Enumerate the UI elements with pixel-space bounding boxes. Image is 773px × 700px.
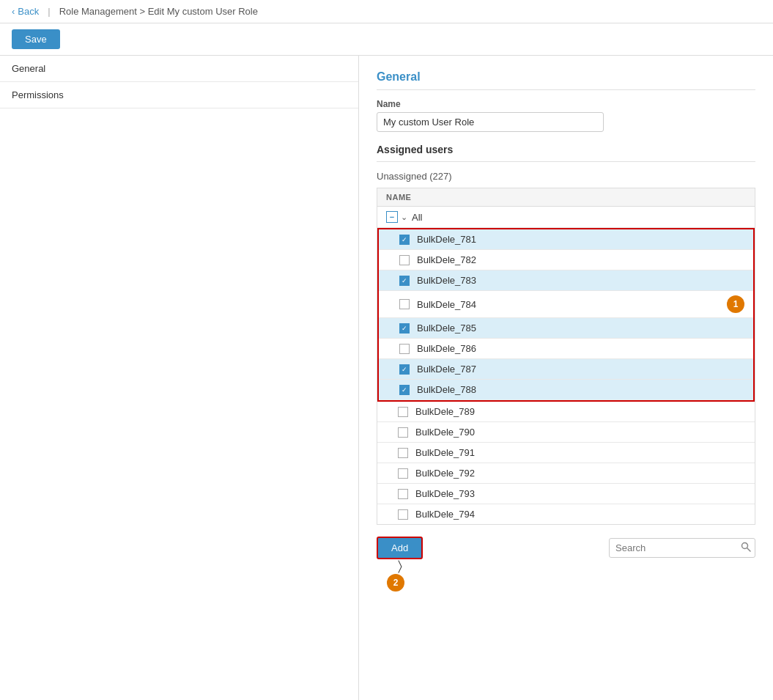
user-checkbox[interactable] — [398, 468, 408, 479]
user-row[interactable]: BulkDele_792 — [377, 463, 755, 484]
user-name: BulkDele_792 — [415, 468, 475, 479]
save-bar: Save — [0, 23, 773, 56]
user-row[interactable]: ✓ BulkDele_785 — [379, 318, 753, 339]
user-row[interactable]: BulkDele_790 — [377, 422, 755, 443]
user-checkbox[interactable] — [399, 255, 410, 265]
badge-1: 1 — [727, 295, 744, 313]
user-checkbox[interactable]: ✓ — [399, 364, 410, 375]
page-wrapper: ‹ Back | Role Management > Edit My custo… — [0, 0, 773, 700]
sidebar-item-general[interactable]: General — [0, 56, 358, 82]
divider — [377, 161, 755, 162]
user-name: BulkDele_788 — [417, 384, 476, 395]
user-row[interactable]: ✓ BulkDele_787 — [379, 359, 753, 380]
breadcrumb-separator: | — [48, 6, 50, 17]
user-row[interactable]: BulkDele_794 — [377, 504, 755, 524]
user-checkbox[interactable] — [398, 509, 408, 520]
back-link[interactable]: ‹ Back — [12, 6, 39, 17]
user-name: BulkDele_781 — [417, 234, 476, 245]
back-chevron-icon: ‹ — [12, 6, 15, 17]
chevron-down-icon[interactable]: ⌄ — [401, 213, 407, 222]
user-name: BulkDele_786 — [417, 343, 476, 354]
user-name: BulkDele_790 — [415, 427, 475, 438]
user-checkbox[interactable] — [399, 344, 410, 354]
user-checkbox[interactable] — [398, 427, 408, 438]
top-bar: ‹ Back | Role Management > Edit My custo… — [0, 0, 773, 23]
back-label: Back — [18, 6, 39, 17]
user-checkbox[interactable]: ✓ — [399, 276, 410, 286]
user-checkbox[interactable]: ✓ — [399, 235, 410, 245]
user-row[interactable]: BulkDele_793 — [377, 484, 755, 504]
selected-region: ✓ BulkDele_781 BulkDele_782 ✓ BulkDele_7… — [377, 228, 755, 402]
user-name: BulkDele_783 — [417, 275, 476, 286]
all-label: All — [412, 212, 422, 223]
badge-2: 2 — [387, 574, 404, 592]
sidebar-item-permissions[interactable]: Permissions — [0, 82, 358, 108]
cursor-icon: 〉 — [398, 559, 402, 572]
user-checkbox[interactable] — [399, 299, 410, 309]
user-name: BulkDele_782 — [417, 254, 476, 265]
user-checkbox[interactable] — [398, 448, 408, 458]
user-row[interactable]: BulkDele_786 — [379, 339, 753, 359]
unassigned-label: Unassigned (227) — [377, 171, 755, 182]
left-sidebar: General Permissions — [0, 56, 359, 700]
main-layout: General Permissions General Name Assigne… — [0, 56, 773, 700]
user-checkbox[interactable] — [398, 407, 408, 417]
user-row[interactable]: ✓ BulkDele_783 — [379, 270, 753, 291]
user-name: BulkDele_794 — [415, 509, 475, 520]
users-table: NAME − ⌄ All ✓ BulkDele_781 — [377, 188, 755, 525]
save-button[interactable]: Save — [12, 29, 60, 49]
search-input[interactable] — [609, 538, 755, 558]
table-body[interactable]: − ⌄ All ✓ BulkDele_781 BulkDele_7 — [377, 207, 755, 524]
search-wrapper — [609, 538, 755, 558]
user-row[interactable]: ✓ BulkDele_781 — [379, 229, 753, 250]
add-button[interactable]: Add — [377, 537, 423, 559]
right-panel: General Name Assigned users Unassigned (… — [359, 56, 773, 700]
user-row[interactable]: ✓ BulkDele_788 — [379, 380, 753, 400]
user-checkbox[interactable]: ✓ — [399, 323, 410, 334]
user-row[interactable]: BulkDele_782 — [379, 250, 753, 270]
user-row[interactable]: BulkDele_789 — [377, 402, 755, 422]
user-name: BulkDele_791 — [415, 447, 475, 458]
table-header-name: NAME — [377, 188, 755, 207]
user-name: BulkDele_787 — [417, 364, 476, 375]
add-button-wrapper: Add 〉 2 — [377, 537, 423, 559]
user-row[interactable]: BulkDele_784 1 — [379, 291, 753, 318]
all-row[interactable]: − ⌄ All — [377, 207, 755, 228]
section-title: General — [377, 70, 755, 90]
name-input[interactable] — [377, 112, 604, 132]
user-name: BulkDele_789 — [415, 406, 475, 417]
name-label: Name — [377, 99, 755, 109]
user-checkbox[interactable] — [398, 489, 408, 499]
user-row[interactable]: BulkDele_791 — [377, 443, 755, 463]
user-name: BulkDele_785 — [417, 323, 476, 334]
bottom-bar: Add 〉 2 — [377, 531, 755, 565]
user-name: BulkDele_784 — [417, 299, 476, 310]
assigned-users-title: Assigned users — [377, 144, 755, 155]
user-name: BulkDele_793 — [415, 488, 475, 499]
breadcrumb: Role Management > Edit My custom User Ro… — [59, 6, 258, 17]
user-checkbox[interactable]: ✓ — [399, 385, 410, 395]
all-checkbox-icon[interactable]: − — [386, 211, 398, 223]
